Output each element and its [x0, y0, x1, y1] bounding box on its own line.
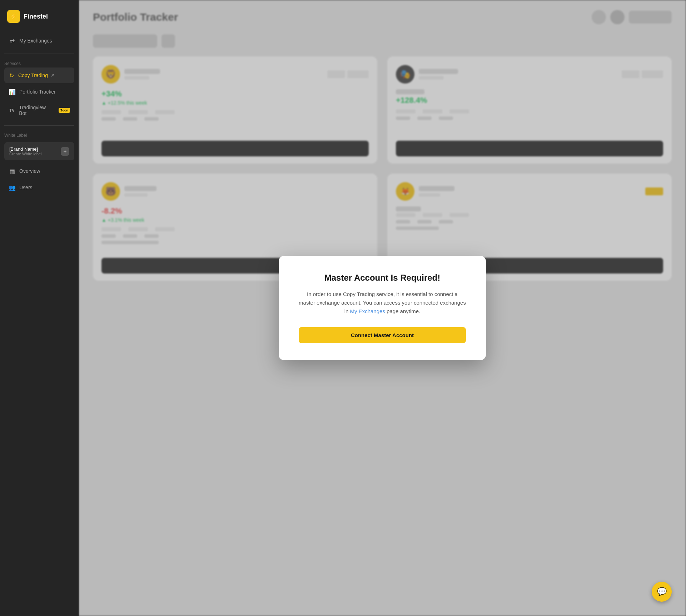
sidebar-item-overview[interactable]: ▦ Overview	[4, 163, 74, 179]
copy-trading-icon: ↻	[9, 72, 15, 79]
logo[interactable]: ⚡ Finestel	[0, 0, 79, 33]
white-label-text: [Brand Name] Create White label	[9, 146, 42, 156]
white-label-sub: Create White label	[9, 152, 42, 156]
soon-badge: Soon	[59, 108, 70, 113]
overview-icon: ▦	[9, 167, 16, 175]
white-label-section-label: White Label	[0, 130, 79, 139]
logo-icon: ⚡	[7, 10, 20, 23]
portfolio-tracker-label: Portfolio Tracker	[19, 89, 56, 95]
services-section: ↻ Copy Trading ↗ 📊 Portfolio Tracker TV …	[0, 67, 79, 121]
modal: Master Account Is Required! In order to …	[279, 256, 486, 360]
sidebar-item-copy-trading[interactable]: ↻ Copy Trading ↗	[4, 67, 74, 83]
tradingview-bot-icon: TV	[9, 107, 15, 114]
sidebar-item-users[interactable]: 👥 Users	[4, 180, 74, 195]
modal-body: In order to use Copy Trading service, it…	[299, 290, 466, 316]
modal-body-text-2: page anytime.	[385, 308, 420, 314]
external-link-icon: ↗	[51, 73, 54, 78]
sidebar-item-my-exchanges[interactable]: ⇄ My Exchanges	[4, 33, 74, 49]
users-icon: 👥	[9, 184, 16, 191]
chat-widget-button[interactable]: 💬	[652, 582, 672, 602]
sidebar-item-label: My Exchanges	[19, 38, 52, 44]
modal-my-exchanges-link[interactable]: My Exchanges	[350, 308, 385, 314]
sidebar-item-portfolio-tracker[interactable]: 📊 Portfolio Tracker	[4, 84, 74, 100]
chat-icon: 💬	[657, 587, 667, 596]
modal-title: Master Account Is Required!	[299, 273, 466, 283]
copy-trading-label-row: Copy Trading ↗	[18, 72, 70, 78]
sidebar: ⚡ Finestel ⇄ My Exchanges Services ↻ Cop…	[0, 0, 79, 616]
tradingview-bot-label: Tradingview Bot	[19, 105, 53, 116]
logo-text: Finestel	[24, 13, 48, 20]
modal-overlay: Master Account Is Required! In order to …	[79, 0, 686, 616]
overview-label: Overview	[19, 168, 40, 174]
white-label-box[interactable]: [Brand Name] Create White label +	[4, 142, 74, 160]
content-wrapper: Portfolio Tracker 🦁	[79, 0, 686, 616]
white-label-nav-section: ▦ Overview 👥 Users	[0, 163, 79, 196]
connect-master-account-button[interactable]: Connect Master Account	[299, 327, 466, 343]
my-exchanges-icon: ⇄	[9, 37, 16, 44]
divider-2	[4, 125, 74, 126]
my-exchanges-section: ⇄ My Exchanges	[0, 33, 79, 49]
white-label-plus-button[interactable]: +	[61, 147, 69, 156]
sidebar-item-tradingview-bot[interactable]: TV Tradingview Bot Soon	[4, 100, 74, 120]
portfolio-tracker-icon: 📊	[9, 88, 16, 95]
services-section-label: Services	[0, 58, 79, 67]
copy-trading-label: Copy Trading	[18, 72, 48, 78]
divider-1	[4, 54, 74, 54]
users-label: Users	[19, 185, 33, 190]
white-label-name: [Brand Name]	[9, 146, 42, 152]
